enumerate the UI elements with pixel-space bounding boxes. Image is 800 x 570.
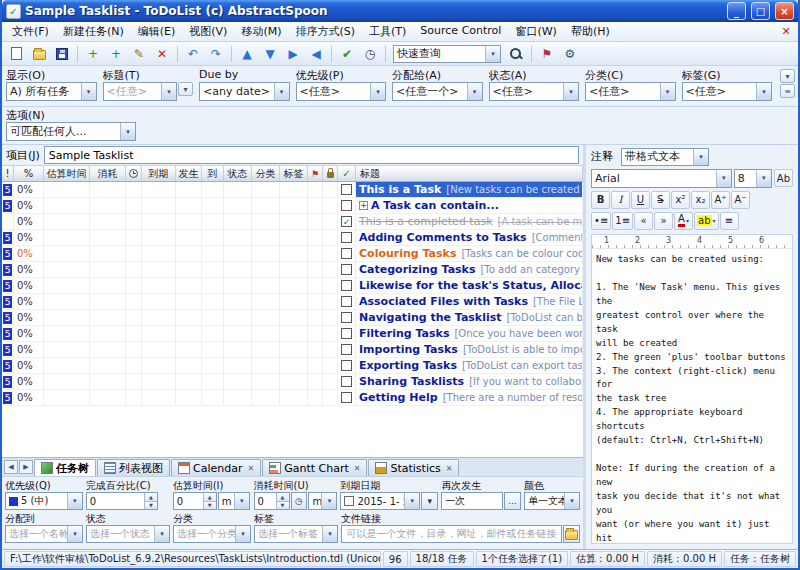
task-row[interactable]: 50%Likewise for the task's Status, Alloc…: [2, 278, 583, 294]
close-button[interactable]: ×: [775, 2, 794, 20]
move-right-icon[interactable]: ▶: [282, 44, 304, 64]
toggle-filterbar-icon[interactable]: ▾: [780, 69, 795, 83]
task-done-checkbox[interactable]: [341, 328, 352, 339]
col-due-date[interactable]: 到期: [142, 166, 176, 181]
filter-tag-combo[interactable]: <任意>▾: [682, 82, 773, 101]
task-row[interactable]: 50%+A Task can contain...: [2, 198, 583, 214]
delete-task-icon[interactable]: ✕: [151, 44, 173, 64]
spin-down-icon[interactable]: ▼: [276, 501, 289, 510]
chevron-down-icon[interactable]: ▾: [693, 149, 708, 165]
task-title-cell[interactable]: Likewise for the task's Status, Allocate…: [356, 278, 583, 293]
font-size-combo[interactable]: 8 ▾: [734, 169, 772, 188]
task-title-cell[interactable]: Sharing Tasklists[If you want to collabo…: [356, 374, 583, 389]
priority-combo[interactable]: 5 (中)▾: [5, 492, 83, 510]
task-title-cell[interactable]: Categorizing Tasks[To add an category to…: [356, 262, 583, 277]
tab-gantt[interactable]: Gantt Chart✕: [262, 459, 367, 476]
task-row[interactable]: 50%Filtering Tasks[Once you have been wo…: [2, 326, 583, 342]
chevron-down-icon[interactable]: ▾: [370, 83, 385, 100]
superscript-button[interactable]: x²: [671, 191, 690, 209]
underline-button[interactable]: U: [631, 191, 650, 209]
menu-item[interactable]: 工具(T): [362, 22, 413, 41]
task-done-checkbox[interactable]: [341, 264, 352, 275]
tab-scroll-left-icon[interactable]: ◀: [4, 460, 18, 474]
col-done[interactable]: ✓: [338, 166, 356, 181]
chevron-down-icon[interactable]: ▾: [120, 123, 135, 140]
chevron-down-icon[interactable]: ▾: [235, 526, 250, 542]
filter-title-input[interactable]: <任意>▾: [103, 82, 178, 101]
chevron-down-icon[interactable]: ▾: [67, 526, 82, 542]
task-title-cell[interactable]: +A Task can contain...: [356, 198, 583, 213]
spin-down-icon[interactable]: ▼: [203, 501, 216, 510]
menu-item[interactable]: Source Control: [413, 22, 508, 41]
chevron-down-icon[interactable]: ▾: [274, 83, 289, 100]
col-time-track[interactable]: [126, 166, 142, 181]
track-time-icon[interactable]: ◷: [359, 44, 381, 64]
spin-up-icon[interactable]: ▲: [276, 493, 289, 501]
task-row[interactable]: 50%Importing Tasks[ToDoList is able to i…: [2, 342, 583, 358]
new-tasklist-icon[interactable]: [5, 44, 27, 64]
标签-combo[interactable]: 选择一个标签▾: [254, 525, 338, 543]
due-date-picker[interactable]: 2015- 1- 5▾: [340, 492, 420, 510]
flag-task-icon[interactable]: ⚑: [536, 44, 558, 64]
task-row[interactable]: 50%Getting Help[There are a number of re…: [2, 390, 583, 406]
task-row[interactable]: 50%This is a Task[New tasks can be creat…: [2, 182, 583, 198]
strikethrough-button[interactable]: S: [651, 191, 670, 209]
browse-file-button[interactable]: [563, 525, 580, 543]
new-task-icon[interactable]: +: [82, 44, 104, 64]
filter-allocto-combo[interactable]: <任意一个>▾: [392, 82, 483, 101]
comments-format-combo[interactable]: 带格式文本 ▾: [621, 148, 709, 166]
numbered-list-button[interactable]: 1≡: [612, 212, 633, 230]
chevron-down-icon[interactable]: ▾: [716, 170, 731, 187]
comments-editor[interactable]: New tasks can be created using: 1. The '…: [591, 249, 793, 544]
due-time-dropdown-icon[interactable]: ▾: [421, 492, 438, 510]
complete-task-icon[interactable]: ✔: [336, 44, 358, 64]
filter-priority-combo[interactable]: <任意>▾: [296, 82, 387, 101]
task-title-cell[interactable]: Filtering Tasks[Once you have been worki…: [356, 326, 583, 341]
task-done-checkbox[interactable]: [341, 360, 352, 371]
open-tasklist-icon[interactable]: [28, 44, 50, 64]
col-flag[interactable]: ⚑: [308, 166, 323, 181]
chevron-down-icon[interactable]: ▾: [756, 83, 771, 100]
est-time-spinner[interactable]: 0▲▼: [173, 492, 217, 510]
col-title[interactable]: 标题: [356, 166, 583, 181]
task-title-cell[interactable]: This is a Task[New tasks can be created …: [356, 182, 583, 197]
font-name-combo[interactable]: Arial ▾: [591, 169, 732, 188]
task-done-checkbox[interactable]: ✓: [341, 216, 352, 227]
chevron-down-icon[interactable]: ▾: [404, 493, 419, 509]
move-up-icon[interactable]: ▲: [236, 44, 258, 64]
task-title-cell[interactable]: Getting Help[There are a number of resou…: [356, 390, 583, 405]
menu-item[interactable]: 视图(V): [182, 22, 234, 41]
recurrence-edit-button[interactable]: …: [504, 492, 521, 510]
tab-close-icon[interactable]: ✕: [446, 464, 453, 473]
percent-done-spinner[interactable]: 0▲▼: [86, 492, 158, 510]
task-done-checkbox[interactable]: [341, 232, 352, 243]
task-row[interactable]: 50%Associated Files with Tasks[The File …: [2, 294, 583, 310]
new-subtask-icon[interactable]: +: [105, 44, 127, 64]
col-priority[interactable]: !: [2, 166, 14, 181]
recurrence-field[interactable]: 一次: [441, 492, 503, 510]
tab-close-icon[interactable]: ✕: [247, 464, 254, 473]
chevron-down-icon[interactable]: ▾: [756, 170, 771, 187]
chevron-down-icon[interactable]: ▾: [563, 83, 578, 100]
col-end-date[interactable]: 到: [202, 166, 224, 181]
close-tasklist-icon[interactable]: ✕: [777, 25, 795, 38]
move-down-icon[interactable]: ▼: [259, 44, 281, 64]
filter-menu-icon[interactable]: ≡: [780, 84, 795, 98]
quick-search-input[interactable]: 快速查询: [394, 46, 485, 61]
col-spent-time[interactable]: 消耗: [90, 166, 126, 181]
due-date-checkbox[interactable]: [344, 496, 354, 506]
task-row[interactable]: 50%Navigating the Tasklist[ToDoList can …: [2, 310, 583, 326]
col-tag[interactable]: 标签: [280, 166, 308, 181]
spin-up-icon[interactable]: ▲: [144, 493, 157, 501]
task-row[interactable]: 50%Adding Comments to Tasks[Comments are…: [2, 230, 583, 246]
expand-icon[interactable]: +: [359, 201, 368, 210]
track-time-icon[interactable]: ◷: [291, 492, 308, 510]
undo-icon[interactable]: ↶: [182, 44, 204, 64]
file-link-input[interactable]: 可以是一个文件，目录，网址，邮件或任务链接: [341, 525, 562, 543]
save-tasklist-icon[interactable]: [51, 44, 73, 64]
highlight-button[interactable]: ab▾: [694, 212, 719, 230]
project-title-input[interactable]: Sample Tasklist: [44, 146, 579, 164]
filter-show-combo[interactable]: A) 所有任务▾: [6, 82, 97, 101]
tab-scroll-right-icon[interactable]: ▶: [19, 460, 33, 474]
menu-item[interactable]: 文件(F): [5, 22, 56, 41]
